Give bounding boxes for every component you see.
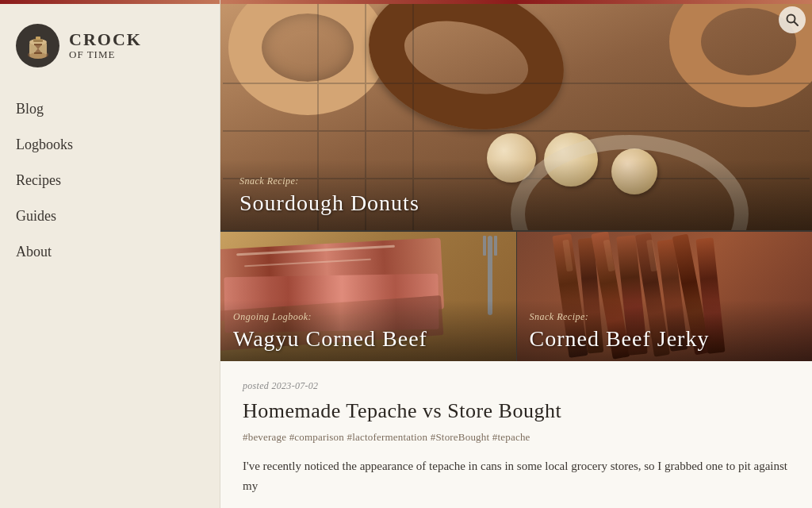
article-excerpt: I've recently noticed the appearance of …: [243, 456, 790, 496]
logo-crock: CROCK: [69, 30, 142, 49]
logo-of-time: OF TIME: [69, 49, 142, 60]
nav-guides[interactable]: Guides: [16, 198, 220, 234]
bottom-left-title: Wagyu Corned Beef: [233, 326, 504, 352]
nav-recipes[interactable]: Recipes: [16, 163, 220, 198]
hero-card[interactable]: Snack Recipe: Sourdough Donuts: [220, 4, 812, 230]
search-button[interactable]: [779, 6, 806, 33]
hero-title: Sourdough Donuts: [239, 190, 793, 216]
nav-about[interactable]: About: [16, 234, 220, 270]
bottom-left-category: Ongoing Logbook:: [233, 311, 504, 323]
article-tags: #beverage #comparison #lactofermentation…: [243, 431, 790, 444]
nav-logbooks[interactable]: Logbooks: [16, 127, 220, 163]
main-content: Snack Recipe: Sourdough Donuts: [220, 0, 812, 508]
sidebar: CROCK OF TIME Blog Logbooks Recipes Guid…: [0, 0, 220, 508]
logo-text: CROCK OF TIME: [69, 30, 142, 60]
sidebar-top-bar: [0, 0, 220, 4]
article-title[interactable]: Homemade Tepache vs Store Bought: [243, 398, 790, 423]
corned-beef-card[interactable]: Ongoing Logbook: Wagyu Corned Beef: [220, 232, 517, 361]
bottom-right-category: Snack Recipe:: [530, 311, 800, 323]
article-meta: posted 2023-07-02: [243, 380, 790, 392]
jerky-overlay: Snack Recipe: Corned Beef Jerky: [517, 300, 813, 361]
logo-icon: [16, 24, 59, 67]
nav-blog[interactable]: Blog: [16, 91, 220, 127]
bottom-right-title: Corned Beef Jerky: [530, 326, 800, 352]
navigation: Blog Logbooks Recipes Guides About: [0, 91, 220, 270]
svg-rect-9: [36, 37, 40, 40]
hero-category: Snack Recipe:: [239, 175, 793, 187]
hero-overlay: Snack Recipe: Sourdough Donuts: [220, 160, 812, 230]
svg-line-11: [795, 22, 799, 26]
logo-area: CROCK OF TIME: [0, 16, 220, 91]
article-section: posted 2023-07-02 Homemade Tepache vs St…: [220, 361, 812, 508]
jerky-card[interactable]: Snack Recipe: Corned Beef Jerky: [517, 232, 813, 361]
bottom-cards: Ongoing Logbook: Wagyu Corned Beef: [220, 230, 812, 361]
corned-beef-overlay: Ongoing Logbook: Wagyu Corned Beef: [220, 300, 516, 361]
